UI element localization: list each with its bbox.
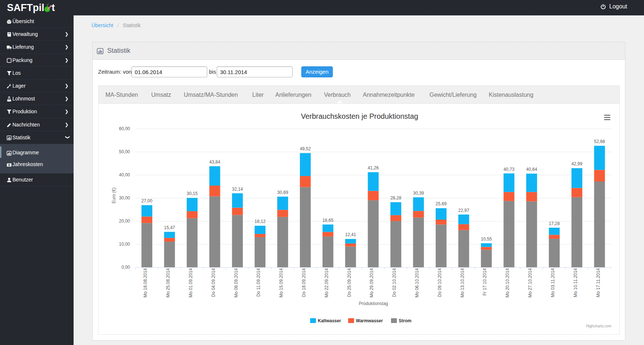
svg-text:12,41: 12,41 <box>345 232 356 237</box>
svg-text:Mo 01.09.2014: Mo 01.09.2014 <box>188 268 193 297</box>
svg-text:10,55: 10,55 <box>481 236 492 242</box>
svg-text:22,97: 22,97 <box>458 208 469 213</box>
svg-text:Mo 27.10.2014: Mo 27.10.2014 <box>528 268 533 297</box>
svg-text:40,73: 40,73 <box>503 167 514 172</box>
svg-text:42,99: 42,99 <box>572 161 582 166</box>
svg-text:Verbrauchskosten je Produktion: Verbrauchskosten je Produktionstag <box>301 112 418 120</box>
svg-text:Do 18.09.2014: Do 18.09.2014 <box>301 268 306 297</box>
svg-text:30,00: 30,00 <box>119 195 130 201</box>
svg-text:18,12: 18,12 <box>254 219 265 224</box>
svg-text:Mo 29.09.2014: Mo 29.09.2014 <box>369 268 374 297</box>
svg-text:Mo 06.10.2014: Mo 06.10.2014 <box>414 268 420 297</box>
svg-text:43,84: 43,84 <box>209 159 220 165</box>
svg-text:30,69: 30,69 <box>277 190 288 195</box>
svg-text:Mo 22.09.2014: Mo 22.09.2014 <box>324 268 329 297</box>
svg-text:15,47: 15,47 <box>164 225 175 230</box>
svg-text:Mo 10.11.2014: Mo 10.11.2014 <box>573 268 578 297</box>
svg-text:Mo 18.08.2014: Mo 18.08.2014 <box>143 268 148 297</box>
svg-text:Mo 13.10.2014: Mo 13.10.2014 <box>460 268 465 297</box>
svg-text:28,28: 28,28 <box>390 195 401 201</box>
svg-text:Mo 15.09.2014: Mo 15.09.2014 <box>279 268 284 297</box>
svg-text:52,68: 52,68 <box>594 139 605 144</box>
svg-text:25,69: 25,69 <box>436 201 447 206</box>
svg-text:30,39: 30,39 <box>413 191 424 196</box>
svg-text:Kaltwasser: Kaltwasser <box>318 318 341 323</box>
svg-text:40,00: 40,00 <box>119 172 130 177</box>
svg-text:32,14: 32,14 <box>232 187 243 192</box>
svg-text:Mo 20.10.2014: Mo 20.10.2014 <box>505 268 510 297</box>
svg-text:49,52: 49,52 <box>300 146 311 151</box>
svg-text:40,64: 40,64 <box>526 167 537 172</box>
svg-text:17,28: 17,28 <box>549 221 560 226</box>
svg-text:41,26: 41,26 <box>368 165 379 170</box>
svg-text:Highcharts.com: Highcharts.com <box>586 324 611 328</box>
svg-text:27,00: 27,00 <box>141 198 152 203</box>
svg-text:50,00: 50,00 <box>119 149 130 154</box>
svg-text:Do 02.10.2014: Do 02.10.2014 <box>392 268 397 297</box>
svg-text:Fr 17.10.2014: Fr 17.10.2014 <box>482 268 487 296</box>
svg-text:0: 0 <box>8 164 10 166</box>
svg-text:Warmwasser: Warmwasser <box>356 318 383 323</box>
svg-text:Mo 17.11.2014: Mo 17.11.2014 <box>596 268 601 297</box>
svg-text:Do 25.09.2014: Do 25.09.2014 <box>347 268 352 297</box>
svg-text:0,00: 0,00 <box>122 265 130 270</box>
svg-text:Do 04.09.2014: Do 04.09.2014 <box>211 268 216 297</box>
svg-text:Do 09.10.2014: Do 09.10.2014 <box>437 268 442 297</box>
svg-text:Produktionstag: Produktionstag <box>359 301 388 306</box>
svg-text:10,00: 10,00 <box>119 242 130 247</box>
svg-text:Euro (€): Euro (€) <box>111 187 116 203</box>
svg-text:20,00: 20,00 <box>119 219 130 224</box>
svg-text:Strom: Strom <box>399 318 412 323</box>
svg-text:Mo 03.11.2014: Mo 03.11.2014 <box>550 268 555 297</box>
svg-text:Mo 25.08.2014: Mo 25.08.2014 <box>165 268 171 297</box>
svg-text:Mo 08.09.2014: Mo 08.09.2014 <box>234 268 239 297</box>
svg-text:30,15: 30,15 <box>187 191 198 196</box>
svg-text:Do 11.09.2014: Do 11.09.2014 <box>256 268 261 297</box>
svg-text:60,00: 60,00 <box>119 126 130 131</box>
svg-text:18,65: 18,65 <box>323 218 334 223</box>
